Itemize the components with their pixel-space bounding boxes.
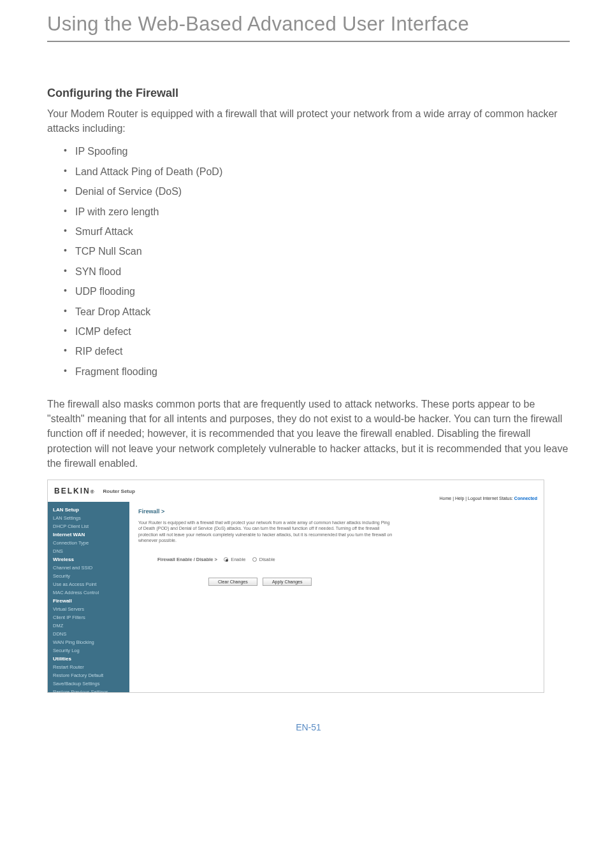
apply-changes-button[interactable]: Apply Changes: [263, 578, 312, 586]
sidebar-item[interactable]: DHCP Client List: [48, 522, 129, 530]
title-rule: [47, 41, 570, 42]
sidebar-item[interactable]: Channel and SSID: [48, 564, 129, 572]
firewall-toggle-row: Firewall Enable / Disable > Enable Disab…: [157, 557, 535, 562]
sidebar-item[interactable]: DMZ: [48, 622, 129, 630]
page-title: Using the Web-Based Advanced User Interf…: [47, 13, 570, 36]
sidebar-item[interactable]: Restore Factory Default: [48, 671, 129, 679]
button-row: Clear Changes Apply Changes: [208, 578, 535, 586]
router-screenshot: BELKIN® Router Setup Home | Help | Logou…: [47, 480, 544, 693]
list-item: Smurf Attack: [75, 225, 570, 239]
list-item: RIP defect: [75, 345, 570, 359]
nav-group: LAN Setup: [48, 506, 129, 514]
router-sidebar: LAN SetupLAN SettingsDHCP Client ListInt…: [48, 502, 129, 692]
radio-disable-label: Disable: [259, 557, 275, 562]
sidebar-item[interactable]: Use as Access Point: [48, 580, 129, 588]
sidebar-item[interactable]: Client IP Filters: [48, 613, 129, 622]
list-item: IP Spoofing: [75, 145, 570, 159]
list-item: TCP Null Scan: [75, 245, 570, 259]
brand-logo: BELKIN®: [54, 487, 96, 495]
status-badge: Connected: [514, 496, 537, 501]
radio-enable[interactable]: [224, 557, 228, 562]
sidebar-item[interactable]: DDNS: [48, 630, 129, 638]
list-item: ICMP defect: [75, 325, 570, 339]
sidebar-item[interactable]: Security Log: [48, 646, 129, 655]
nav-group: Internet WAN: [48, 530, 129, 539]
toggle-label: Firewall Enable / Disable >: [157, 557, 217, 562]
attack-list: IP Spoofing Land Attack Ping of Death (P…: [47, 145, 570, 379]
list-item: Tear Drop Attack: [75, 305, 570, 319]
list-item: Denial of Service (DoS): [75, 185, 570, 199]
sidebar-item[interactable]: LAN Settings: [48, 514, 129, 522]
router-header: BELKIN® Router Setup Home | Help | Logou…: [48, 480, 544, 502]
panel-description: Your Router is equipped with a firewall …: [138, 520, 393, 544]
sidebar-item[interactable]: MAC Address Control: [48, 588, 129, 597]
followup-paragraph: The firewall also masks common ports tha…: [47, 397, 570, 471]
list-item: UDP flooding: [75, 285, 570, 299]
nav-group: Wireless: [48, 555, 129, 564]
brand-subtitle: Router Setup: [103, 488, 135, 494]
list-item: Fragment flooding: [75, 365, 570, 379]
section-heading: Configuring the Firewall: [47, 87, 570, 100]
router-content: Firewall > Your Router is equipped with …: [129, 502, 544, 692]
list-item: SYN flood: [75, 265, 570, 279]
list-item: Land Attack Ping of Death (PoD): [75, 165, 570, 179]
header-links: Home | Help | Logout Internet Status: Co…: [440, 496, 537, 501]
sidebar-item[interactable]: Restart Router: [48, 663, 129, 671]
header-nav[interactable]: Home | Help | Logout Internet Status:: [440, 496, 513, 501]
nav-group: Utilities: [48, 655, 129, 663]
sidebar-item[interactable]: WAN Ping Blocking: [48, 638, 129, 646]
sidebar-item[interactable]: Security: [48, 572, 129, 580]
panel-title: Firewall >: [138, 508, 535, 515]
page-number: EN-51: [47, 722, 570, 732]
sidebar-item[interactable]: Virtual Servers: [48, 605, 129, 613]
sidebar-item[interactable]: Save/Backup Settings: [48, 679, 129, 688]
nav-group: Firewall: [48, 597, 129, 605]
sidebar-item[interactable]: Restore Previous Settings: [48, 688, 129, 692]
radio-enable-label: Enable: [231, 557, 245, 562]
radio-disable[interactable]: [252, 557, 257, 562]
sidebar-item[interactable]: Connection Type: [48, 539, 129, 547]
clear-changes-button[interactable]: Clear Changes: [208, 578, 257, 586]
sidebar-item[interactable]: DNS: [48, 547, 129, 555]
list-item: IP with zero length: [75, 205, 570, 219]
intro-paragraph: Your Modem Router is equipped with a fir…: [47, 106, 570, 136]
